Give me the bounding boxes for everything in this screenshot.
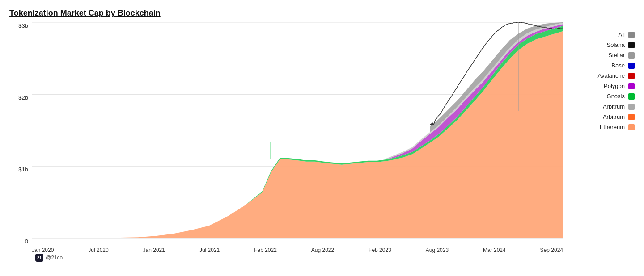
y-label-3b: $3b xyxy=(18,22,28,29)
legend-swatch-stellar xyxy=(628,52,635,59)
legend-item-avalanche: Avalanche xyxy=(572,72,635,79)
legend-item-solana: Solana xyxy=(572,42,635,48)
y-label-2b: $2b xyxy=(18,94,28,101)
x-label-feb2022: Feb 2022 xyxy=(254,247,277,253)
x-label-jul2021: Jul 2021 xyxy=(199,247,220,253)
chart-main: $3b $2b $1b 0 xyxy=(9,22,563,267)
legend-label-stellar: Stellar xyxy=(608,52,625,59)
x-label-jan2021: Jan 2021 xyxy=(143,247,165,253)
legend-label-polygon: Polygon xyxy=(604,83,625,89)
x-label-aug2023: Aug 2023 xyxy=(426,247,449,253)
x-label-jul2020: Jul 2020 xyxy=(88,247,108,253)
legend-label-avalanche: Avalanche xyxy=(598,72,625,79)
legend-item-mantle: Arbitrum xyxy=(572,103,635,110)
watermark-text: @21co xyxy=(46,255,63,261)
legend-label-base: Base xyxy=(611,62,625,69)
legend-label-solana: Solana xyxy=(607,42,625,48)
ethereum-area xyxy=(32,31,563,238)
legend-item-base: Base xyxy=(572,62,635,69)
legend-swatch-gnosis xyxy=(628,93,635,100)
legend-label-mantle: Arbitrum xyxy=(603,103,625,110)
legend-swatch-mantle xyxy=(628,104,635,110)
x-label-feb2023: Feb 2023 xyxy=(369,247,391,253)
legend-item-polygon: Polygon xyxy=(572,83,635,89)
legend-swatch-base xyxy=(628,63,635,69)
x-axis: Jan 2020 Jul 2020 Jan 2021 Jul 2021 Feb … xyxy=(32,247,563,263)
legend-label-all: All xyxy=(619,31,625,38)
x-label-mar2024: Mar 2024 xyxy=(483,247,506,253)
x-label-jan2020: Jan 2020 xyxy=(32,247,54,253)
x-label-sep2024: Sep 2024 xyxy=(540,247,563,253)
chart-area: $3b $2b $1b 0 xyxy=(9,22,635,267)
legend-swatch-polygon xyxy=(628,83,635,89)
y-label-0: 0 xyxy=(25,238,28,245)
legend-item-all: All xyxy=(572,31,635,38)
y-axis: $3b $2b $1b 0 xyxy=(9,22,32,245)
watermark-icon: 21 xyxy=(35,254,43,262)
legend: All Solana Stellar Base Avalanche Polygo… xyxy=(563,22,635,267)
legend-item-gnosis: Gnosis xyxy=(572,93,635,100)
legend-item-ethereum: Ethereum xyxy=(572,124,635,130)
chart-container: Tokenization Market Cap by Blockchain $3… xyxy=(0,0,644,276)
y-label-1b: $1b xyxy=(18,166,28,173)
legend-item-arbitrum: Arbitrum xyxy=(572,113,635,120)
legend-swatch-solana xyxy=(628,42,635,48)
chart-title: Tokenization Market Cap by Blockchain xyxy=(9,8,635,18)
legend-label-ethereum: Ethereum xyxy=(600,124,625,130)
legend-swatch-ethereum xyxy=(628,124,635,130)
legend-swatch-all xyxy=(628,32,635,38)
legend-swatch-avalanche xyxy=(628,73,635,79)
watermark: 21 @21co xyxy=(35,254,63,262)
x-label-aug2022: Aug 2022 xyxy=(311,247,334,253)
legend-item-stellar: Stellar xyxy=(572,52,635,59)
chart-svg xyxy=(32,22,563,239)
legend-swatch-arbitrum xyxy=(628,114,635,120)
legend-label-gnosis: Gnosis xyxy=(607,93,625,100)
legend-label-arbitrum: Arbitrum xyxy=(603,113,625,120)
